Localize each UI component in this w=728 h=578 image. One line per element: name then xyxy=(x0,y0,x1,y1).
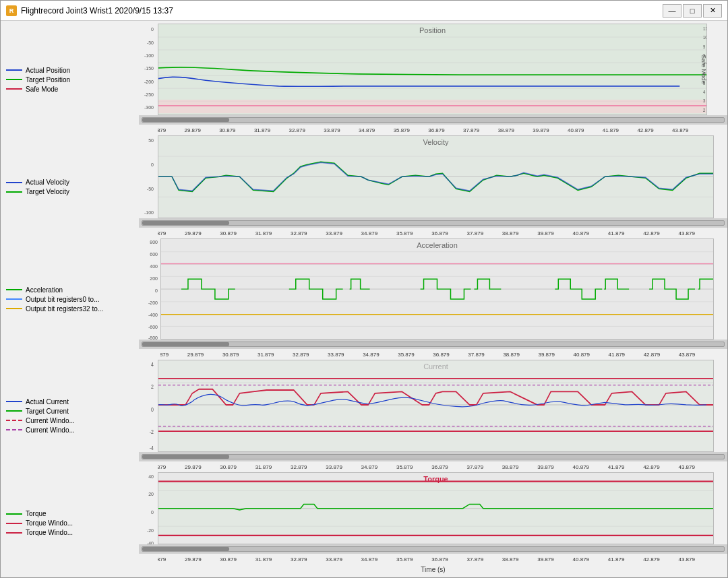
svg-text:-100: -100 xyxy=(144,211,154,216)
svg-text:0: 0 xyxy=(151,162,154,167)
target-current-label: Target Current xyxy=(26,408,69,415)
svg-text:10: 10 xyxy=(703,35,706,40)
title-bar: R Flightrecord Joint3 Wrist1 2020/9/15 1… xyxy=(1,1,727,21)
target-current-line xyxy=(6,410,22,412)
svg-text:37.879: 37.879 xyxy=(468,352,485,358)
actual-velocity-label: Actual Velocity xyxy=(26,179,69,186)
app-icon: R xyxy=(6,5,17,16)
position-scrollbar[interactable] xyxy=(139,115,727,125)
svg-text:29.879: 29.879 xyxy=(187,352,204,358)
velocity-x-labels: 28.879 29.879 30.879 31.879 32.879 33.87… xyxy=(139,228,727,238)
velocity-scrollbar[interactable] xyxy=(139,218,727,228)
svg-text:38.879: 38.879 xyxy=(502,464,519,470)
actual-current-label: Actual Current xyxy=(26,398,69,406)
svg-text:38.879: 38.879 xyxy=(502,556,519,563)
svg-text:37.879: 37.879 xyxy=(463,127,480,133)
position-y-axis: 0 -50 -100 -150 -200 -250 -300 xyxy=(139,24,158,115)
svg-text:33.879: 33.879 xyxy=(326,464,342,470)
acceleration-scrollbar-track[interactable] xyxy=(142,342,725,347)
minimize-button[interactable]: — xyxy=(663,4,681,18)
svg-text:28.879: 28.879 xyxy=(160,352,169,358)
main-content: Actual Position Target Position Safe Mod… xyxy=(1,21,727,577)
current-scrollbar[interactable] xyxy=(139,452,727,461)
svg-text:40.879: 40.879 xyxy=(573,556,590,563)
svg-text:9: 9 xyxy=(703,44,706,49)
torque-window-2-label: Torque Windo... xyxy=(26,529,73,536)
svg-text:-40: -40 xyxy=(147,540,154,544)
current-scrollbar-track[interactable] xyxy=(142,454,725,459)
velocity-scrollbar-track[interactable] xyxy=(142,220,725,226)
safe-mode-axis-label: Safe Mode xyxy=(700,55,707,84)
svg-text:30.879: 30.879 xyxy=(220,464,237,470)
svg-text:43.879: 43.879 xyxy=(678,230,695,236)
svg-text:34.879: 34.879 xyxy=(361,464,378,470)
torque-row-wrapper: 40 20 0 -20 -40 Torque Nm xyxy=(139,472,727,545)
velocity-chart-wrapper: 50 0 -50 -100 Velocity °/s xyxy=(139,135,727,238)
svg-text:33.879: 33.879 xyxy=(326,230,342,236)
svg-text:43.879: 43.879 xyxy=(679,352,696,358)
velocity-row-wrapper: 50 0 -50 -100 Velocity °/s xyxy=(139,135,727,218)
svg-text:2: 2 xyxy=(703,108,706,113)
svg-text:-50: -50 xyxy=(147,187,154,191)
position-scrollbar-track[interactable] xyxy=(142,117,725,123)
torque-chart: Torque Nm xyxy=(158,472,714,545)
svg-text:40.879: 40.879 xyxy=(573,464,590,470)
svg-text:-200: -200 xyxy=(148,300,158,305)
svg-text:31.879: 31.879 xyxy=(254,127,271,133)
target-velocity-line xyxy=(6,191,22,193)
legend-torque-window-2: Torque Windo... xyxy=(6,529,133,536)
position-chart: Position xyxy=(158,24,707,115)
svg-text:41.879: 41.879 xyxy=(608,230,625,236)
acceleration-scrollbar[interactable] xyxy=(139,340,727,349)
svg-text:32.879: 32.879 xyxy=(291,230,307,236)
torque-chart-wrapper: 40 20 0 -20 -40 Torque Nm xyxy=(139,472,727,575)
svg-text:600: 600 xyxy=(150,252,158,257)
svg-text:32.879: 32.879 xyxy=(291,464,307,470)
torque-scrollbar-thumb[interactable] xyxy=(142,547,229,551)
maximize-button[interactable]: □ xyxy=(683,4,702,18)
svg-text:31.879: 31.879 xyxy=(255,464,272,470)
acceleration-row-wrapper: 800 600 400 200 0 -200 -400 -600 -800 Ac… xyxy=(139,238,727,340)
target-velocity-label: Target Velocity xyxy=(26,188,69,195)
acceleration-legend: Acceleration Output bit registers0 to...… xyxy=(1,238,139,360)
svg-text:29.879: 29.879 xyxy=(185,230,202,236)
torque-right-space xyxy=(714,472,727,545)
current-right-space xyxy=(714,360,727,451)
position-scrollbar-thumb[interactable] xyxy=(142,118,229,122)
velocity-chart: Velocity °/s xyxy=(158,135,714,218)
svg-text:41.879: 41.879 xyxy=(603,127,619,133)
svg-text:42.879: 42.879 xyxy=(637,127,654,133)
svg-text:30.879: 30.879 xyxy=(220,230,237,236)
close-button[interactable]: ✕ xyxy=(703,4,722,18)
main-window: R Flightrecord Joint3 Wrist1 2020/9/15 1… xyxy=(0,0,728,578)
svg-text:400: 400 xyxy=(150,264,158,269)
torque-scrollbar-track[interactable] xyxy=(142,546,725,552)
svg-text:-4: -4 xyxy=(150,445,154,451)
safe-mode-line xyxy=(6,88,22,90)
svg-text:33.879: 33.879 xyxy=(326,556,342,563)
torque-x-labels: 28.879 29.879 30.879 31.879 32.879 33.87… xyxy=(139,554,727,565)
acceleration-scrollbar-thumb[interactable] xyxy=(142,342,229,346)
svg-text:43.879: 43.879 xyxy=(678,464,695,470)
svg-text:41.879: 41.879 xyxy=(608,464,625,470)
position-row-wrapper: 0 -50 -100 -150 -200 -250 -300 Position xyxy=(139,24,727,115)
velocity-legend: Actual Velocity Target Velocity xyxy=(1,135,139,238)
svg-text:38.879: 38.879 xyxy=(498,127,515,133)
acceleration-chart-wrapper: 800 600 400 200 0 -200 -400 -600 -800 Ac… xyxy=(139,238,727,360)
torque-chart-row: Torque Torque Windo... Torque Windo... 4… xyxy=(1,472,727,575)
torque-scrollbar[interactable] xyxy=(139,544,727,554)
torque-label: Torque xyxy=(26,510,47,517)
acceleration-chart: Acceleration xyxy=(160,238,714,340)
svg-text:-400: -400 xyxy=(148,313,158,317)
current-window-1-line xyxy=(6,420,22,421)
output-bit-0-label: Output bit registers0 to... xyxy=(26,296,100,303)
legend-current-window-2: Current Windo... xyxy=(6,426,133,434)
position-right-axis xyxy=(707,24,727,115)
legend-safe-mode: Safe Mode xyxy=(6,86,133,93)
velocity-scrollbar-thumb[interactable] xyxy=(142,221,229,225)
acceleration-label: Acceleration xyxy=(26,286,63,294)
svg-text:42.879: 42.879 xyxy=(643,464,660,470)
current-scrollbar-thumb[interactable] xyxy=(142,455,229,459)
svg-text:36.879: 36.879 xyxy=(428,127,445,133)
legend-output-bit-32: Output bit registers32 to... xyxy=(6,305,133,313)
